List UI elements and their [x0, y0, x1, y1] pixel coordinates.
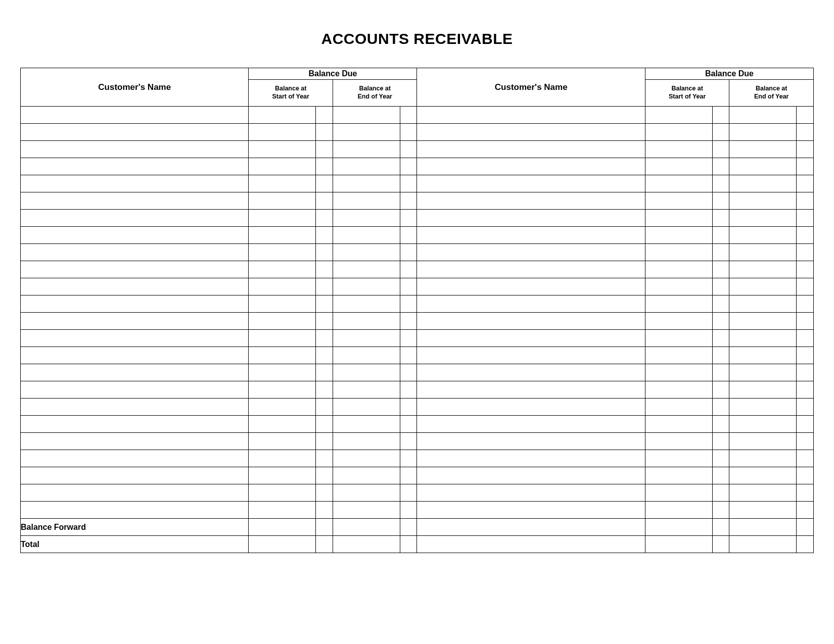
table-cell [316, 158, 333, 175]
table-cell [316, 124, 333, 141]
table-cell [21, 295, 249, 313]
table-cell [249, 364, 316, 381]
table-cell [417, 124, 645, 141]
table-cell [417, 467, 645, 484]
table-cell [316, 364, 333, 381]
table-row [21, 261, 814, 278]
table-cell [712, 141, 729, 158]
table-cell [21, 124, 249, 141]
table-cell [333, 244, 400, 261]
table-cell [645, 210, 712, 227]
table-cell [249, 433, 316, 450]
total-end-cents-right [797, 536, 814, 553]
table-cell [729, 416, 797, 433]
table-cell [729, 124, 797, 141]
table-row [21, 484, 814, 502]
table-cell [417, 295, 645, 313]
table-cell [21, 381, 249, 399]
table-cell [333, 433, 400, 450]
balance-forward-end-amt-right [729, 519, 797, 536]
table-cell [333, 416, 400, 433]
table-row [21, 433, 814, 450]
table-cell [645, 313, 712, 330]
table-cell [316, 467, 333, 484]
table-cell [21, 278, 249, 295]
table-cell [333, 175, 400, 192]
total-start-cents-left [316, 536, 333, 553]
table-cell [400, 227, 417, 244]
table-cell [400, 261, 417, 278]
table-cell [797, 313, 814, 330]
table-row [21, 210, 814, 227]
table-cell [797, 278, 814, 295]
table-cell [712, 210, 729, 227]
table-row [21, 141, 814, 158]
table-cell [645, 330, 712, 347]
table-cell [400, 330, 417, 347]
table-cell [400, 450, 417, 467]
table-cell [797, 364, 814, 381]
table-row [21, 175, 814, 192]
table-cell [400, 192, 417, 210]
table-cell [712, 399, 729, 416]
balance-forward-end-amt-left [333, 519, 400, 536]
table-cell [712, 433, 729, 450]
table-cell [21, 192, 249, 210]
table-row [21, 124, 814, 141]
table-row [21, 278, 814, 295]
table-cell [712, 347, 729, 364]
table-cell [249, 484, 316, 502]
table-cell [249, 502, 316, 519]
table-cell [729, 381, 797, 399]
table-cell [400, 124, 417, 141]
table-cell [417, 347, 645, 364]
table-cell [712, 175, 729, 192]
table-cell [316, 278, 333, 295]
table-cell [417, 158, 645, 175]
table-cell [712, 381, 729, 399]
table-cell [797, 347, 814, 364]
table-cell [797, 227, 814, 244]
total-end-cents-left [400, 536, 417, 553]
table-row [21, 347, 814, 364]
table-row [21, 107, 814, 124]
table-cell [21, 433, 249, 450]
table-cell [712, 416, 729, 433]
table-cell [712, 450, 729, 467]
table-cell [333, 330, 400, 347]
table-cell [417, 261, 645, 278]
table-cell [316, 347, 333, 364]
table-cell [797, 484, 814, 502]
table-cell [729, 313, 797, 330]
table-row [21, 330, 814, 347]
col-header-end-right: Balance at End of Year [729, 80, 814, 107]
total-start-cents-right [712, 536, 729, 553]
table-cell [249, 124, 316, 141]
balance-forward-start-cents-right [712, 519, 729, 536]
table-cell [400, 416, 417, 433]
table-cell [797, 141, 814, 158]
table-row [21, 467, 814, 484]
table-cell [21, 313, 249, 330]
table-cell [249, 227, 316, 244]
table-cell [249, 192, 316, 210]
table-cell [333, 450, 400, 467]
table-cell [645, 347, 712, 364]
table-cell [417, 399, 645, 416]
table-cell [797, 158, 814, 175]
table-cell [333, 381, 400, 399]
table-cell [645, 484, 712, 502]
table-cell [417, 227, 645, 244]
table-cell [645, 467, 712, 484]
table-cell [729, 399, 797, 416]
table-cell [249, 107, 316, 124]
label-balance-forward: Balance Forward [21, 519, 249, 536]
table-cell [249, 141, 316, 158]
table-cell [21, 141, 249, 158]
table-row [21, 192, 814, 210]
balance-forward-name-right [417, 519, 645, 536]
table-cell [249, 330, 316, 347]
table-cell [417, 330, 645, 347]
table-cell [417, 244, 645, 261]
table-cell [249, 347, 316, 364]
